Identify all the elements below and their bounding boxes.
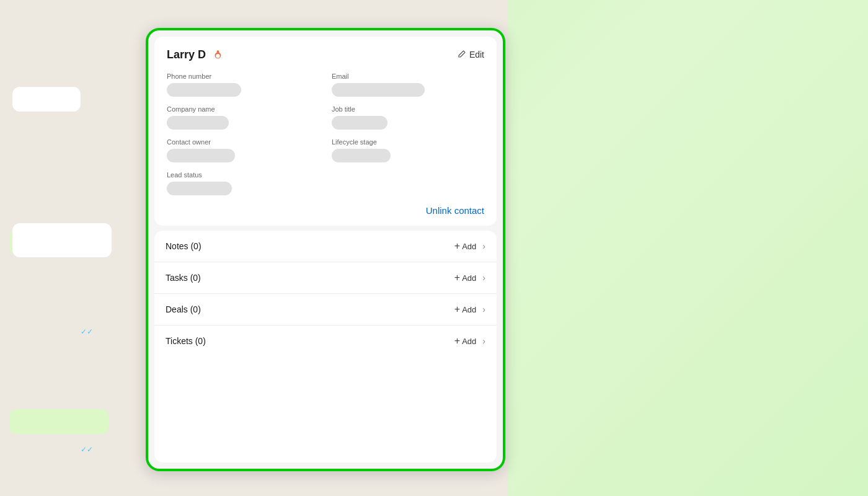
company-name-label: Company name <box>167 105 319 113</box>
tasks-actions: + Add › <box>454 272 485 283</box>
email-value <box>332 83 425 97</box>
tickets-section-row[interactable]: Tickets (0) + Add › <box>154 326 497 356</box>
notes-add-label: Add <box>462 242 476 251</box>
chevron-right-icon-tickets: › <box>482 336 485 346</box>
contact-panel-container: Larry D Edit Phone <box>146 28 505 471</box>
plus-icon-deals: + <box>454 304 460 315</box>
email-label: Email <box>332 73 484 80</box>
lifecycle-stage-label: Lifecycle stage <box>332 138 484 146</box>
deals-section-row[interactable]: Deals (0) + Add › <box>154 294 497 326</box>
edit-label: Edit <box>469 50 484 60</box>
unlink-contact-button[interactable]: Unlink contact <box>426 205 484 216</box>
sections-list: Notes (0) + Add › Tasks (0) + Add › <box>154 231 497 463</box>
field-phone-number: Phone number <box>167 73 319 97</box>
deals-actions: + Add › <box>454 304 485 315</box>
tasks-add-label: Add <box>462 273 476 283</box>
tickets-actions: + Add › <box>454 335 485 347</box>
edit-button[interactable]: Edit <box>458 50 484 60</box>
chevron-right-icon-tasks: › <box>482 273 485 283</box>
chevron-right-icon-deals: › <box>482 304 485 314</box>
plus-icon-notes: + <box>454 241 460 252</box>
tasks-add-button[interactable]: + Add <box>454 272 476 283</box>
unlink-row: Unlink contact <box>167 205 484 216</box>
fields-grid: Phone number Email Company name Job titl… <box>167 73 484 195</box>
contact-card: Larry D Edit Phone <box>154 37 497 226</box>
pencil-icon <box>458 50 466 60</box>
contact-name: Larry D <box>167 48 206 61</box>
deals-label: Deals (0) <box>166 304 201 314</box>
chat-bubble-1 <box>12 87 81 112</box>
job-title-label: Job title <box>332 105 484 113</box>
chat-bubble-4 <box>9 409 108 434</box>
field-contact-owner: Contact owner <box>167 138 319 162</box>
job-title-value <box>332 116 388 130</box>
lead-status-label: Lead status <box>167 171 484 179</box>
contact-owner-label: Contact owner <box>167 138 319 146</box>
plus-icon-tasks: + <box>454 272 460 283</box>
notes-label: Notes (0) <box>166 241 202 251</box>
chat-tick-1: ✓✓ <box>81 327 93 336</box>
company-name-value <box>167 116 229 130</box>
lead-status-value <box>167 182 232 195</box>
notes-add-button[interactable]: + Add <box>454 241 476 252</box>
phone-number-value <box>167 83 241 97</box>
field-company-name: Company name <box>167 105 319 130</box>
notes-section-row[interactable]: Notes (0) + Add › <box>154 231 497 262</box>
notes-actions: + Add › <box>454 241 485 252</box>
chat-tick-2: ✓✓ <box>81 445 93 454</box>
tickets-label: Tickets (0) <box>166 336 206 346</box>
field-job-title: Job title <box>332 105 484 130</box>
contact-panel: Larry D Edit Phone <box>148 30 503 469</box>
contact-owner-value <box>167 149 235 162</box>
lifecycle-stage-value <box>332 149 391 162</box>
tasks-section-row[interactable]: Tasks (0) + Add › <box>154 262 497 294</box>
field-lead-status: Lead status <box>167 171 484 195</box>
chat-bubble-3 <box>12 223 112 257</box>
contact-header: Larry D Edit <box>167 48 484 61</box>
deals-add-button[interactable]: + Add <box>454 304 476 315</box>
field-email: Email <box>332 73 484 97</box>
phone-number-label: Phone number <box>167 73 319 80</box>
chevron-right-icon-notes: › <box>482 241 485 251</box>
plus-icon-tickets: + <box>454 335 460 347</box>
tickets-add-label: Add <box>462 337 476 346</box>
field-lifecycle-stage: Lifecycle stage <box>332 138 484 162</box>
deals-add-label: Add <box>462 305 476 314</box>
tickets-add-button[interactable]: + Add <box>454 335 476 347</box>
tasks-label: Tasks (0) <box>166 273 201 283</box>
contact-name-row: Larry D <box>167 48 224 61</box>
hubspot-icon <box>211 48 224 61</box>
